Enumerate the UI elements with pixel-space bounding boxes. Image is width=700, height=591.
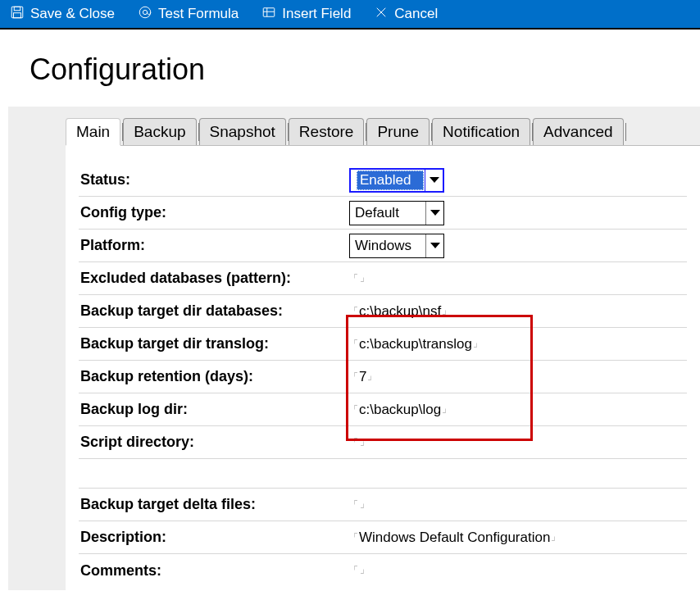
target-db-label: Backup target dir databases: <box>79 302 349 320</box>
description-label: Description: <box>79 529 349 546</box>
retention-label: Backup retention (days): <box>79 368 349 385</box>
tab-label: Notification <box>443 123 520 140</box>
close-icon <box>374 5 389 24</box>
target-db-field[interactable]: c:\backup\nsf <box>349 303 451 320</box>
log-dir-value: c:\backup\log <box>359 402 441 417</box>
config-type-label: Config type: <box>79 204 349 221</box>
row-target-db: Backup target dir databases: c:\backup\n… <box>79 295 687 328</box>
page-title: Configuration <box>30 52 700 87</box>
platform-value: Windows <box>355 238 425 254</box>
script-dir-label: Script directory: <box>79 434 349 451</box>
tab-prune[interactable]: Prune <box>366 118 430 145</box>
row-excluded-db: Excluded databases (pattern): <box>79 262 687 295</box>
excluded-db-field[interactable] <box>349 270 369 287</box>
row-log-dir: Backup log dir: c:\backup\log <box>79 393 687 426</box>
save-close-label: Save & Close <box>30 6 115 22</box>
at-icon <box>138 5 152 24</box>
target-translog-label: Backup target dir translog: <box>79 335 349 352</box>
chevron-down-icon <box>425 170 443 191</box>
log-dir-label: Backup log dir: <box>79 401 349 418</box>
row-platform: Platform: Windows <box>79 230 687 262</box>
config-type-combo[interactable]: Default <box>349 201 444 225</box>
excluded-db-label: Excluded databases (pattern): <box>79 270 349 287</box>
row-delta-files: Backup target delta files: <box>79 489 687 521</box>
tab-label: Restore <box>299 123 354 140</box>
description-field[interactable]: Windows Default Configuration <box>349 530 560 546</box>
comments-label: Comments: <box>79 562 349 580</box>
tab-restore[interactable]: Restore <box>289 118 365 145</box>
action-bar: Save & Close Test Formula Insert Field C… <box>0 0 700 30</box>
main-panel: Status: Enabled Config type: Default Pla… <box>66 145 700 590</box>
platform-label: Platform: <box>79 237 349 254</box>
tab-snapshot[interactable]: Snapshot <box>199 118 286 145</box>
tab-main[interactable]: Main <box>66 118 120 146</box>
row-target-translog: Backup target dir translog: c:\backup\tr… <box>79 328 687 361</box>
insert-field-icon <box>261 5 276 24</box>
cancel-label: Cancel <box>394 6 438 22</box>
chevron-down-icon <box>425 234 443 257</box>
row-config-type: Config type: Default <box>79 197 687 230</box>
save-icon <box>10 5 25 24</box>
row-description: Description: Windows Default Configurati… <box>79 521 687 554</box>
row-status: Status: Enabled <box>79 164 687 197</box>
tab-backup[interactable]: Backup <box>123 118 196 145</box>
status-combo[interactable]: Enabled <box>349 168 444 193</box>
tab-label: Backup <box>134 123 185 140</box>
description-value: Windows Default Configuration <box>359 530 550 545</box>
test-formula-button[interactable]: Test Formula <box>138 5 239 24</box>
tab-notification[interactable]: Notification <box>432 118 530 145</box>
spacer-row <box>79 459 687 489</box>
test-formula-label: Test Formula <box>158 6 239 22</box>
log-dir-field[interactable]: c:\backup\log <box>349 402 451 418</box>
script-dir-field[interactable] <box>349 434 369 451</box>
status-label: Status: <box>79 171 349 189</box>
comments-field[interactable] <box>349 562 369 579</box>
cancel-button[interactable]: Cancel <box>374 5 438 24</box>
svg-rect-5 <box>264 7 275 16</box>
svg-point-3 <box>139 7 151 18</box>
tab-bar: Main Backup Snapshot Restore Prune Notif… <box>66 118 700 145</box>
svg-rect-1 <box>14 7 20 11</box>
save-close-button[interactable]: Save & Close <box>10 5 115 24</box>
tab-advanced[interactable]: Advanced <box>533 118 624 145</box>
row-script-dir: Script directory: <box>79 426 687 459</box>
status-value: Enabled <box>357 170 424 190</box>
row-comments: Comments: <box>79 554 687 587</box>
svg-point-4 <box>143 10 147 14</box>
content-area: Main Backup Snapshot Restore Prune Notif… <box>8 107 700 590</box>
config-type-value: Default <box>355 205 425 221</box>
delta-files-label: Backup target delta files: <box>79 496 349 513</box>
tab-label: Main <box>76 123 110 140</box>
row-retention: Backup retention (days): 7 <box>79 361 687 393</box>
chevron-down-icon <box>425 202 443 225</box>
insert-field-label: Insert Field <box>282 6 351 22</box>
tab-label: Advanced <box>543 123 613 140</box>
target-db-value: c:\backup\nsf <box>359 303 441 319</box>
insert-field-button[interactable]: Insert Field <box>261 5 351 24</box>
target-translog-field[interactable]: c:\backup\translog <box>349 336 482 352</box>
svg-rect-2 <box>14 12 21 17</box>
target-translog-value: c:\backup\translog <box>359 336 472 352</box>
delta-files-field[interactable] <box>349 497 369 513</box>
tab-divider <box>625 123 626 141</box>
retention-value: 7 <box>359 369 366 384</box>
tab-label: Snapshot <box>210 123 275 140</box>
tab-label: Prune <box>377 123 419 140</box>
retention-field[interactable]: 7 <box>349 369 376 385</box>
platform-combo[interactable]: Windows <box>349 234 444 258</box>
